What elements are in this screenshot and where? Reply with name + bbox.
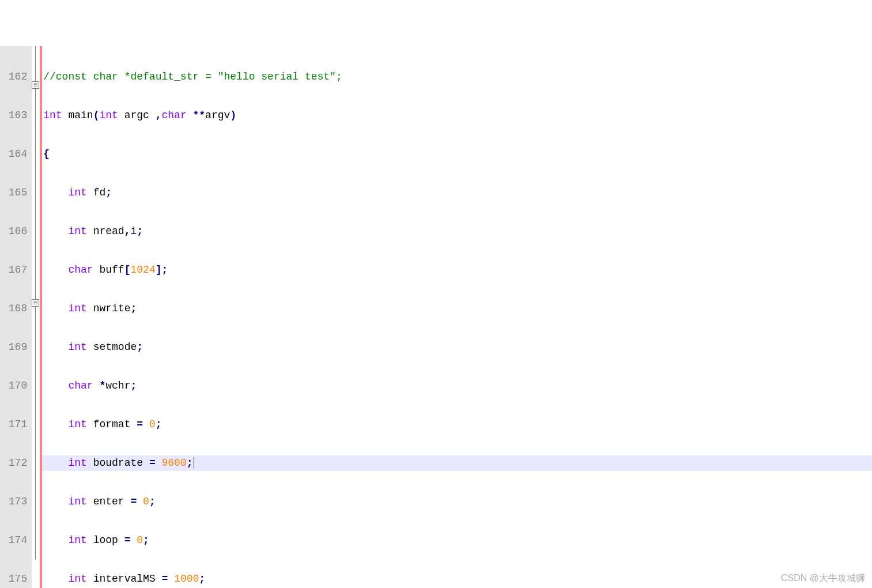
semicolon: ; — [149, 496, 156, 507]
semicolon: ; — [162, 264, 168, 276]
space — [137, 496, 143, 507]
code-line[interactable]: int intervalMS = 1000; — [42, 571, 872, 587]
identifier: loop — [87, 534, 124, 546]
identifier: enter — [87, 496, 131, 507]
identifier: intervalMS — [87, 573, 162, 585]
type-keyword: int — [43, 110, 62, 121]
number: 1000 — [174, 573, 199, 585]
bracket: [ — [124, 264, 131, 276]
line-number: 166 — [2, 224, 27, 239]
number: 0 — [143, 496, 149, 507]
number: 0 — [137, 534, 143, 546]
identifier: i — [130, 225, 137, 237]
paren: ) — [230, 110, 236, 121]
type-keyword: int — [68, 303, 86, 314]
identifier: format — [87, 419, 137, 430]
code-line[interactable]: char *wchr; — [42, 378, 872, 394]
semicolon: ; — [105, 187, 112, 198]
line-number: 171 — [2, 417, 27, 432]
number: 0 — [149, 419, 156, 430]
code-line[interactable]: int enter = 0; — [42, 494, 872, 510]
operator: * — [93, 380, 106, 391]
text-cursor — [194, 457, 194, 469]
identifier: argv — [205, 110, 230, 121]
code-line-active[interactable]: int boudrate = 9600; — [42, 455, 872, 471]
identifier: buff — [93, 264, 124, 276]
space — [143, 419, 149, 430]
code-line[interactable]: int setmode; — [42, 340, 872, 355]
line-number: 175 — [2, 571, 27, 587]
type-keyword: int — [68, 457, 86, 469]
line-number: 168 — [2, 301, 27, 316]
type-keyword: int — [68, 225, 86, 237]
code-line[interactable]: int format = 0; — [42, 417, 872, 432]
identifier: main — [62, 110, 93, 121]
line-number: 162 — [2, 69, 27, 85]
line-number: 169 — [2, 340, 27, 355]
semicolon: ; — [137, 225, 143, 237]
comment-text: //const char *default_str = "hello seria… — [43, 71, 342, 82]
operator: = — [161, 573, 168, 585]
line-number: 174 — [2, 533, 27, 548]
paren: ( — [93, 110, 100, 121]
semicolon: ; — [143, 534, 149, 546]
fold-collapse-icon[interactable]: ⊟ — [32, 299, 39, 307]
semicolon: ; — [156, 419, 162, 430]
code-line[interactable]: int main(int argc ,char **argv) — [42, 108, 872, 123]
line-number: 167 — [2, 262, 27, 278]
identifier: wchr — [105, 380, 130, 391]
code-line[interactable]: //const char *default_str = "hello seria… — [42, 69, 872, 85]
semicolon: ; — [130, 303, 137, 314]
type-keyword: char — [68, 380, 93, 391]
line-number: 163 — [2, 108, 27, 123]
operator: = — [149, 457, 156, 469]
identifier: nwrite — [87, 303, 131, 314]
line-number: 172 — [2, 455, 27, 471]
code-line[interactable]: int nwrite; — [42, 301, 872, 316]
bracket: ] — [156, 264, 162, 276]
fold-column[interactable]: ⊟ ⊟ — [32, 46, 40, 588]
space — [130, 534, 137, 546]
fold-collapse-icon[interactable]: ⊟ — [32, 81, 39, 89]
type-keyword: int — [68, 534, 86, 546]
comma: , — [156, 110, 162, 121]
type-keyword: char — [68, 264, 93, 276]
number: 9600 — [162, 457, 187, 469]
space — [156, 457, 162, 469]
semicolon: ; — [187, 457, 193, 469]
semicolon: ; — [130, 380, 137, 391]
code-area[interactable]: //const char *default_str = "hello seria… — [42, 46, 872, 588]
type-keyword: int — [68, 573, 86, 585]
type-keyword: int — [99, 110, 118, 121]
line-number-gutter: 162 163 164 165 166 167 168 169 170 171 … — [0, 46, 32, 588]
line-number: 165 — [2, 185, 27, 201]
type-keyword: int — [68, 187, 86, 198]
identifier: argc — [118, 110, 156, 121]
identifier: setmode — [87, 341, 137, 353]
code-line[interactable]: { — [42, 146, 872, 162]
type-keyword: char — [161, 110, 186, 121]
comma: , — [124, 225, 131, 237]
semicolon: ; — [137, 341, 143, 353]
code-line[interactable]: int fd; — [42, 185, 872, 201]
identifier: fd — [87, 187, 105, 198]
type-keyword: int — [68, 341, 86, 353]
number: 1024 — [130, 264, 155, 276]
type-keyword: int — [68, 496, 86, 507]
operator: ** — [187, 110, 205, 121]
type-keyword: int — [68, 419, 86, 430]
operator: = — [130, 496, 137, 507]
identifier: boudrate — [87, 457, 149, 469]
code-line[interactable]: int nread,i; — [42, 224, 872, 239]
code-line[interactable]: int loop = 0; — [42, 533, 872, 548]
line-number: 170 — [2, 378, 27, 394]
operator: = — [137, 419, 143, 430]
code-line[interactable]: char buff[1024]; — [42, 262, 872, 278]
code-editor[interactable]: 162 163 164 165 166 167 168 169 170 171 … — [0, 46, 872, 588]
operator: = — [124, 534, 131, 546]
line-number: 164 — [2, 146, 27, 162]
semicolon: ; — [199, 573, 205, 585]
line-number: 173 — [2, 494, 27, 510]
space — [168, 573, 174, 585]
watermark-text: CSDN @大牛攻城狮 — [781, 572, 865, 585]
